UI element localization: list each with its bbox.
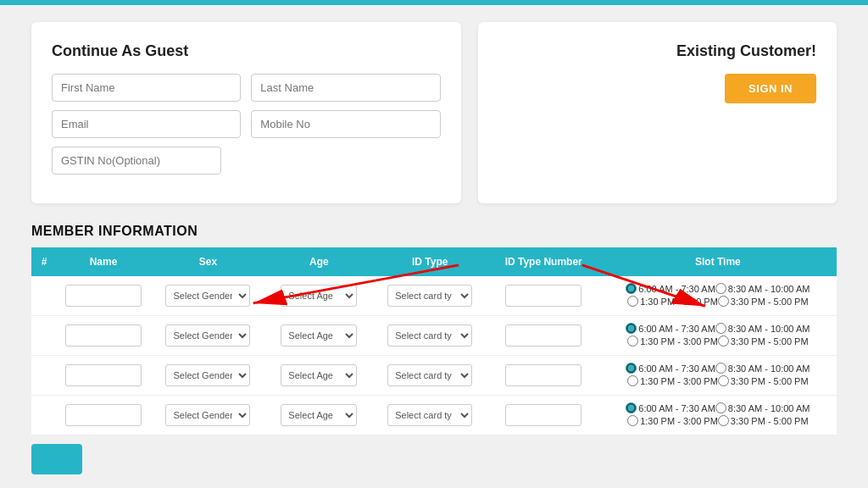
slot-radio[interactable] [626, 363, 637, 374]
age-cell: Select Age1235101821304050 [266, 276, 372, 316]
row-num [31, 396, 57, 435]
slot-option: 6:00 AM - 7:30 AM [626, 283, 715, 294]
slot-radio[interactable] [627, 375, 638, 386]
slot-radio[interactable] [715, 402, 726, 413]
age-select[interactable]: Select Age1235101821304050 [281, 364, 357, 386]
slot-option: 1:30 PM - 3:00 PM [627, 375, 718, 386]
email-input[interactable] [52, 110, 241, 138]
id-number-cell [488, 316, 599, 356]
slot-radio[interactable] [715, 283, 726, 294]
slot-radio[interactable] [627, 336, 638, 347]
slot-cell: 6:00 AM - 7:30 AM8:30 AM - 10:00 AM 1:30… [599, 276, 837, 316]
slot-option: 1:30 PM - 3:00 PM [627, 415, 718, 426]
row-num [31, 276, 57, 316]
last-name-input[interactable] [251, 74, 440, 102]
name-input[interactable] [65, 364, 142, 386]
age-cell: Select Age1235101821304050 [266, 356, 372, 396]
slot-option: 6:00 AM - 7:30 AM [626, 402, 715, 413]
existing-card-title: Existing Customer! [676, 42, 816, 60]
member-section: MEMBER INFORMATION # Name Sex Age ID Typ… [31, 224, 837, 474]
slot-radio[interactable] [626, 402, 637, 413]
age-select[interactable]: Select Age1235101821304050 [281, 285, 357, 307]
slot-option: 8:30 AM - 10:00 AM [715, 323, 810, 334]
slot-label: 1:30 PM - 3:00 PM [640, 297, 718, 307]
slot-radio[interactable] [627, 296, 638, 307]
slot-radio[interactable] [627, 415, 638, 426]
sex-cell: Select GenderMaleFemaleOther [150, 356, 266, 396]
name-cell [57, 396, 150, 435]
sign-in-button[interactable]: SIGN IN [725, 74, 816, 103]
slot-option: 6:00 AM - 7:30 AM [626, 323, 715, 334]
slot-label: 6:00 AM - 7:30 AM [638, 324, 715, 334]
contact-row [52, 110, 441, 138]
name-row [52, 74, 441, 102]
table-row: Select GenderMaleFemaleOtherSelect Age12… [31, 276, 837, 316]
gender-select[interactable]: Select GenderMaleFemaleOther [165, 285, 250, 307]
slot-option: 1:30 PM - 3:00 PM [627, 296, 718, 307]
slot-radio[interactable] [718, 415, 729, 426]
slot-option: 1:30 PM - 3:00 PM [627, 336, 718, 347]
table-row: Select GenderMaleFemaleOtherSelect Age12… [31, 316, 837, 356]
guest-card-title: Continue As Guest [52, 42, 441, 60]
slot-option: 3:30 PM - 5:00 PM [718, 296, 809, 307]
id-number-input[interactable] [505, 324, 581, 347]
slot-radio[interactable] [715, 323, 726, 334]
slot-cell: 6:00 AM - 7:30 AM8:30 AM - 10:00 AM 1:30… [599, 396, 837, 435]
slot-label: 3:30 PM - 5:00 PM [731, 416, 809, 426]
slot-label: 1:30 PM - 3:00 PM [640, 416, 718, 426]
table-wrapper: # Name Sex Age ID Type ID Type Number Sl… [31, 247, 837, 435]
gender-select[interactable]: Select GenderMaleFemaleOther [165, 404, 250, 426]
id-type-select[interactable]: Select card tyAadharPassportDriving Lice… [387, 285, 472, 307]
gstin-row [52, 147, 441, 175]
slot-option: 8:30 AM - 10:00 AM [715, 402, 810, 413]
slot-option: 8:30 AM - 10:00 AM [715, 363, 810, 374]
age-select[interactable]: Select Age1235101821304050 [281, 404, 357, 426]
first-name-input[interactable] [52, 74, 241, 102]
table-row: Select GenderMaleFemaleOtherSelect Age12… [31, 356, 837, 396]
bottom-button[interactable] [31, 444, 82, 474]
slot-radio[interactable] [718, 296, 729, 307]
name-input[interactable] [65, 404, 142, 426]
slot-option: 8:30 AM - 10:00 AM [715, 283, 810, 294]
slot-cell: 6:00 AM - 7:30 AM8:30 AM - 10:00 AM 1:30… [599, 316, 837, 356]
slot-radio[interactable] [626, 323, 637, 334]
id-number-input[interactable] [505, 404, 581, 426]
slot-radio[interactable] [718, 336, 729, 347]
id-number-cell [488, 396, 599, 435]
age-select[interactable]: Select Age1235101821304050 [281, 324, 357, 347]
slot-label: 8:30 AM - 10:00 AM [728, 363, 810, 374]
slot-radio[interactable] [718, 375, 729, 386]
id-type-select[interactable]: Select card tyAadharPassportDriving Lice… [387, 364, 472, 386]
slot-radio[interactable] [715, 363, 726, 374]
slot-radio[interactable] [626, 283, 637, 294]
col-age: Age [266, 247, 372, 276]
gstin-input[interactable] [52, 147, 221, 175]
id-number-input[interactable] [505, 285, 581, 307]
col-slot-time: Slot Time [599, 247, 837, 276]
slot-label: 3:30 PM - 5:00 PM [731, 336, 809, 347]
mobile-input[interactable] [251, 110, 440, 138]
slot-option: 3:30 PM - 5:00 PM [718, 336, 809, 347]
id-type-select[interactable]: Select card tyAadharPassportDriving Lice… [387, 324, 472, 347]
existing-card: Existing Customer! SIGN IN [478, 22, 837, 203]
id-number-input[interactable] [505, 364, 581, 386]
slot-option: 3:30 PM - 5:00 PM [718, 375, 809, 386]
guest-card: Continue As Guest [31, 22, 461, 203]
slot-label: 6:00 AM - 7:30 AM [638, 363, 715, 374]
slot-label: 3:30 PM - 5:00 PM [731, 297, 809, 307]
slot-option: 6:00 AM - 7:30 AM [626, 363, 715, 374]
name-input[interactable] [65, 324, 142, 347]
slot-label: 1:30 PM - 3:00 PM [640, 376, 718, 386]
row-num [31, 356, 57, 396]
name-input[interactable] [65, 285, 142, 307]
gender-select[interactable]: Select GenderMaleFemaleOther [165, 364, 250, 386]
sex-cell: Select GenderMaleFemaleOther [150, 316, 266, 356]
col-sex: Sex [150, 247, 266, 276]
member-info-title: MEMBER INFORMATION [31, 224, 837, 239]
col-name: Name [57, 247, 150, 276]
col-id-number: ID Type Number [488, 247, 599, 276]
name-cell [57, 316, 150, 356]
gender-select[interactable]: Select GenderMaleFemaleOther [165, 324, 250, 347]
sex-cell: Select GenderMaleFemaleOther [150, 276, 266, 316]
id-type-select[interactable]: Select card tyAadharPassportDriving Lice… [387, 404, 472, 426]
